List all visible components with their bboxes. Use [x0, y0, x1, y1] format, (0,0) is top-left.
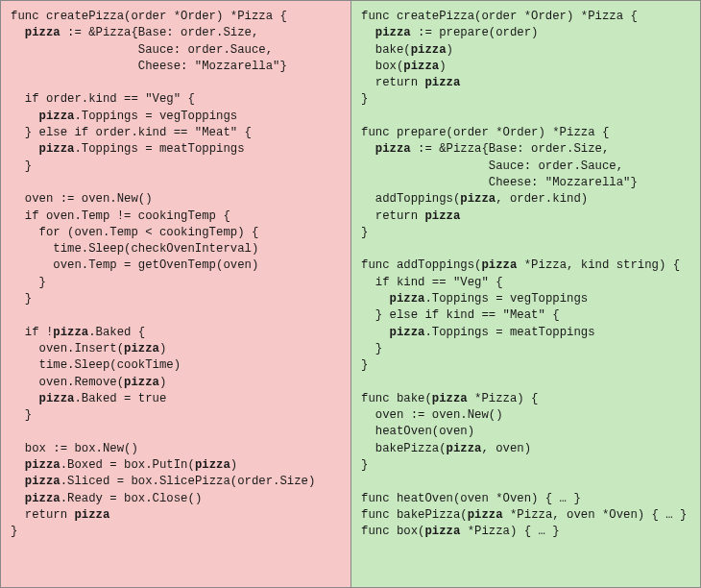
code-line: } [11, 159, 32, 173]
keyword-pizza: pizza [403, 60, 439, 73]
keyword-pizza: pizza [460, 192, 496, 206]
code-line: if oven.Temp != cookingTemp { [11, 209, 230, 223]
code-pane-before: func createPizza(order *Order) *Pizza { … [0, 0, 350, 588]
keyword-pizza: pizza [25, 492, 60, 505]
code-line: time.Sleep(checkOvenInterval) [11, 242, 258, 256]
keyword-pizza: pizza [424, 76, 460, 89]
keyword-pizza: pizza [468, 508, 503, 522]
code-line: Cheese: "Mozzarella"} [361, 176, 638, 189]
code-line: } [11, 292, 32, 306]
code-line: Sauce: order.Sauce, [11, 43, 273, 57]
code-line: time.Sleep(cookTime) [11, 358, 181, 372]
code-line: } [361, 358, 368, 372]
keyword-pizza: pizza [25, 26, 60, 39]
code-line: oven := oven.New() [361, 408, 503, 422]
keyword-pizza: pizza [39, 110, 75, 123]
code-line: } else if kind == "Meat" { [361, 308, 560, 322]
keyword-pizza: pizza [74, 508, 109, 522]
code-line: Sauce: order.Sauce, [361, 159, 623, 173]
keyword-pizza: pizza [390, 292, 425, 306]
keyword-pizza: pizza [390, 326, 425, 339]
keyword-pizza: pizza [25, 458, 60, 472]
code-line: func heatOven(oven *Oven) { … } [361, 492, 581, 505]
keyword-pizza: pizza [195, 458, 230, 472]
keyword-pizza: pizza [481, 258, 517, 272]
code-line: func createPizza(order *Order) *Pizza { [11, 10, 287, 23]
code-line [11, 26, 25, 39]
keyword-pizza: pizza [124, 376, 159, 389]
keyword-pizza: pizza [39, 392, 75, 405]
keyword-pizza: pizza [411, 43, 447, 57]
code-line: if kind == "Veg" { [361, 276, 503, 289]
code-line: oven.Temp = getOvenTemp(oven) [11, 258, 258, 272]
code-line: } [361, 226, 368, 239]
keyword-pizza: pizza [53, 326, 88, 339]
code-line: heatOven(oven) [361, 425, 474, 438]
code-line: Cheese: "Mozzarella"} [11, 60, 287, 73]
keyword-pizza: pizza [424, 525, 460, 538]
code-line: if order.kind == "Veg" { [11, 92, 195, 106]
keyword-pizza: pizza [375, 26, 411, 39]
code-line: oven := oven.New() [11, 192, 153, 206]
code-pane-after: func createPizza(order *Order) *Pizza { … [350, 0, 701, 588]
code-line: } [11, 276, 46, 289]
code-line: } [361, 458, 368, 472]
code-line: } [11, 525, 17, 538]
code-line: box := box.New() [11, 442, 138, 455]
keyword-pizza: pizza [25, 475, 60, 488]
code-line: } [361, 92, 368, 106]
code-line: for (oven.Temp < cookingTemp) { [11, 226, 258, 239]
keyword-pizza: pizza [124, 342, 159, 355]
keyword-pizza: pizza [447, 442, 482, 455]
keyword-pizza: pizza [424, 209, 460, 223]
keyword-pizza: pizza [432, 392, 468, 405]
keyword-pizza: pizza [375, 142, 411, 156]
keyword-pizza: pizza [39, 142, 75, 156]
code-line: func prepare(order *Order) *Pizza { [361, 126, 609, 139]
code-line: } [11, 408, 32, 422]
code-line: } else if order.kind == "Meat" { [11, 126, 252, 139]
code-line: func createPizza(order *Order) *Pizza { [361, 10, 638, 23]
code-line: } [361, 342, 382, 355]
